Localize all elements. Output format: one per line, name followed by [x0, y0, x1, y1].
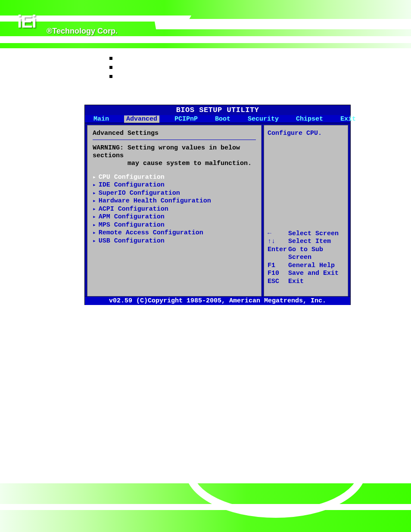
key-row: EnterGo to Sub Screen — [268, 246, 344, 262]
key-row: ←Select Screen — [268, 230, 344, 238]
logo-text: iEi — [17, 12, 36, 31]
key-row: ↑↓Select Item — [268, 238, 344, 246]
key-label: ← — [268, 230, 288, 238]
key-row: F10Save and Exit — [268, 270, 344, 278]
context-help: Configure CPU. — [268, 130, 344, 138]
list-item — [109, 66, 112, 69]
key-row: F1General Help — [268, 262, 344, 270]
key-label: ESC — [268, 278, 288, 286]
logo-tagline: ®Technology Corp. — [47, 27, 118, 36]
menu-hardware-health-configuration[interactable]: Hardware Health Configuration — [93, 197, 256, 205]
menu-ide-configuration[interactable]: IDE Configuration — [93, 181, 256, 190]
bios-footer: v02.59 (C)Copyright 1985-2005, American … — [85, 296, 350, 305]
key-label: Enter — [268, 246, 288, 262]
key-legend: ←Select Screen ↑↓Select Item EnterGo to … — [268, 230, 344, 292]
bios-left-panel: Advanced Settings WARNING: Setting wrong… — [87, 125, 262, 296]
key-row: ESCExit — [268, 278, 344, 286]
key-action: General Help — [288, 262, 335, 270]
tab-main[interactable]: Main — [85, 115, 118, 123]
bios-help-panel: Configure CPU. ←Select Screen ↑↓Select I… — [264, 125, 348, 296]
bullet-list — [109, 57, 112, 84]
warning-label: WARNING: — [93, 144, 124, 152]
menu-mps-configuration[interactable]: MPS Configuration — [93, 221, 256, 230]
tab-boot[interactable]: Boot — [206, 115, 239, 123]
warning-line2: may cause system to malfunction. — [128, 160, 252, 167]
menu-acpi-configuration[interactable]: ACPI Configuration — [93, 205, 256, 214]
bios-tabbar: Main Advanced PCIPnP Boot Security Chips… — [85, 115, 350, 123]
list-item — [109, 57, 112, 60]
bios-window: BIOS SETUP UTILITY Main Advanced PCIPnP … — [84, 105, 351, 305]
footer-band — [0, 483, 411, 532]
vendor-logo: iEi — [17, 12, 36, 31]
key-action: Exit — [288, 278, 304, 286]
warning-text: WARNING: Setting wrong values in below s… — [93, 144, 256, 168]
key-label: F1 — [268, 262, 288, 270]
panel-title: Advanced Settings — [93, 130, 256, 138]
menu-superio-configuration[interactable]: SuperIO Configuration — [93, 190, 256, 198]
tab-chipset[interactable]: Chipset — [287, 115, 332, 123]
key-action: Go to Sub Screen — [288, 246, 344, 262]
key-action: Select Item — [288, 238, 331, 246]
tab-advanced[interactable]: Advanced — [124, 115, 159, 123]
header-band — [0, 0, 411, 48]
bullet-icon — [109, 75, 112, 78]
tab-security[interactable]: Security — [239, 115, 287, 123]
bios-title: BIOS SETUP UTILITY — [85, 105, 350, 115]
bullet-icon — [109, 57, 112, 60]
menu-remote-access-configuration[interactable]: Remote Access Configuration — [93, 229, 256, 237]
bullet-icon — [109, 66, 112, 69]
menu-cpu-configuration[interactable]: CPU Configuration — [93, 174, 256, 182]
list-item — [109, 75, 112, 78]
tab-pcipnp[interactable]: PCIPnP — [166, 115, 206, 123]
key-label: F10 — [268, 270, 288, 278]
key-action: Save and Exit — [288, 270, 339, 278]
menu-usb-configuration[interactable]: USB Configuration — [93, 237, 256, 246]
key-label: ↑↓ — [268, 238, 288, 246]
key-action: Select Screen — [288, 230, 339, 238]
menu-apm-configuration[interactable]: APM Configuration — [93, 213, 256, 221]
tab-exit[interactable]: Exit — [332, 115, 364, 123]
